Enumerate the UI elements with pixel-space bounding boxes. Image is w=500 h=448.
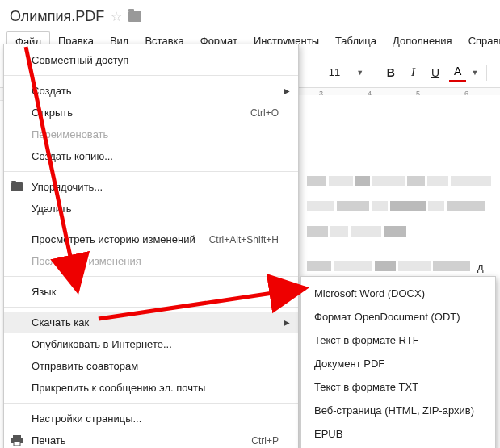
download-html[interactable]: Веб-страница (HTML, ZIP-архив) <box>301 399 495 422</box>
download-docx[interactable]: Microsoft Word (DOCX) <box>301 282 495 305</box>
menu-separator <box>4 75 298 76</box>
svg-rect-2 <box>14 442 20 446</box>
menu-page-setup[interactable]: Настройки страницы... <box>4 408 298 429</box>
chevron-down-icon[interactable]: ▼ <box>355 69 363 77</box>
menu-label: Открыть <box>32 107 73 119</box>
folder-icon <box>11 181 23 194</box>
chevron-down-icon[interactable]: ▼ <box>469 69 478 77</box>
menu-open[interactable]: ОткрытьCtrl+O <box>4 102 298 124</box>
doc-text: д <box>477 261 484 273</box>
shortcut: Ctrl+O <box>250 107 279 119</box>
toolbar-separator <box>372 65 372 81</box>
menu-label: Упорядочить... <box>32 181 103 193</box>
chevron-right-icon: ▶ <box>284 318 290 327</box>
menu-separator <box>4 224 298 224</box>
menu-revision-history[interactable]: Просмотреть историю измененийCtrl+Alt+Sh… <box>4 228 298 250</box>
underline-button[interactable]: U <box>425 63 446 82</box>
document-title[interactable]: Олимпия.PDF <box>10 8 104 25</box>
menu-label: Удалить <box>32 203 72 215</box>
toolbar-separator <box>486 65 487 81</box>
chevron-right-icon: ▶ <box>284 86 290 95</box>
text-color-button[interactable]: A <box>449 62 466 82</box>
menu-separator <box>4 171 298 172</box>
print-icon <box>11 434 23 447</box>
menu-label: Опубликовать в Интернете... <box>32 338 172 350</box>
file-dropdown: Совместный доступ Создать▶ ОткрытьCtrl+O… <box>3 44 299 448</box>
menu-separator <box>4 403 298 404</box>
menu-label: Последние изменения <box>32 255 141 267</box>
menu-separator <box>4 276 298 277</box>
menu-label: Отправить соавторам <box>32 360 138 372</box>
menu-label: Прикрепить к сообщению эл. почты <box>32 382 205 394</box>
menu-publish[interactable]: Опубликовать в Интернете... <box>4 333 298 355</box>
menu-label: Создать копию... <box>32 150 113 162</box>
menu-print[interactable]: ПечатьCtrl+P <box>4 429 298 448</box>
menu-create[interactable]: Создать▶ <box>4 80 298 102</box>
download-submenu: Microsoft Word (DOCX) Формат OpenDocumen… <box>300 276 496 448</box>
menu-email-collaborators[interactable]: Отправить соавторам <box>4 355 298 377</box>
menu-label: Настройки страницы... <box>32 412 141 425</box>
menu-label: Скачать как <box>32 316 89 329</box>
menu-make-copy[interactable]: Создать копию... <box>4 145 298 167</box>
download-odt[interactable]: Формат OpenDocument (ODT) <box>301 305 495 329</box>
menu-label: Создать <box>32 85 71 97</box>
menu-table[interactable]: Таблица <box>327 31 384 52</box>
menu-organize[interactable]: Упорядочить... <box>4 176 298 198</box>
menu-addons[interactable]: Дополнения <box>384 31 460 52</box>
chevron-right-icon: ▶ <box>284 287 290 296</box>
shortcut: Ctrl+Alt+Shift+H <box>209 234 279 245</box>
download-pdf[interactable]: Документ PDF <box>301 352 495 375</box>
menu-separator <box>4 307 298 308</box>
download-epub[interactable]: EPUB <box>301 422 495 446</box>
menu-delete[interactable]: Удалить <box>4 198 298 220</box>
download-txt[interactable]: Текст в формате TXT <box>301 375 495 399</box>
toolbar-separator <box>309 65 309 81</box>
menu-rename: Переименовать <box>4 124 298 145</box>
svg-rect-0 <box>13 435 21 438</box>
menu-help[interactable]: Справка <box>460 31 500 52</box>
download-rtf[interactable]: Текст в формате RTF <box>301 329 495 352</box>
menu-recent-changes: Последние изменения <box>4 250 298 272</box>
folder-icon[interactable] <box>128 11 141 22</box>
menu-label: Совместный доступ <box>32 54 128 66</box>
menu-label: Язык <box>32 286 56 298</box>
font-size[interactable]: 11 <box>317 65 351 80</box>
italic-button[interactable]: I <box>405 62 422 82</box>
menu-download-as[interactable]: Скачать как▶ <box>4 312 298 333</box>
bold-button[interactable]: B <box>380 63 401 82</box>
menu-language[interactable]: Язык▶ <box>4 281 298 303</box>
star-icon[interactable]: ☆ <box>111 9 122 24</box>
menu-share[interactable]: Совместный доступ <box>4 49 298 71</box>
menu-label: Просмотреть историю изменений <box>32 233 195 245</box>
shortcut: Ctrl+P <box>251 435 279 446</box>
menu-label: Печать <box>32 434 66 446</box>
menu-email-attachment[interactable]: Прикрепить к сообщению эл. почты <box>4 377 298 399</box>
menu-label: Переименовать <box>32 128 108 140</box>
